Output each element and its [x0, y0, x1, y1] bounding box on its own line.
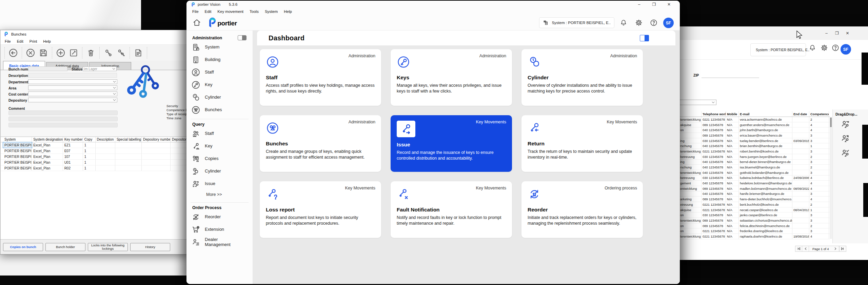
locks-into-the-following-lockings-button[interactable]: Locks into the following lockings [88, 243, 128, 251]
card-fault-notification[interactable]: Key MovementsFault NotificationNotify an… [391, 181, 512, 238]
column-end-date[interactable]: End date [792, 111, 809, 117]
menu-system[interactable]: System [262, 9, 281, 14]
history-button[interactable]: History [130, 243, 170, 251]
card-return[interactable]: Key MovementsReturnTrack the return of k… [521, 115, 643, 172]
user-avatar[interactable]: SF [841, 44, 851, 55]
menu-help[interactable]: Help [40, 39, 54, 43]
delete-button[interactable] [86, 48, 96, 58]
column-mobile[interactable]: Mobile [726, 111, 739, 117]
restore-button[interactable]: ❐ [832, 29, 842, 37]
zip-input[interactable] [702, 73, 759, 78]
next-page-button[interactable] [832, 246, 839, 251]
home-icon[interactable] [192, 18, 201, 27]
table-row[interactable]: akquise089 12345678N/Aguenther.anders@mu… [679, 122, 830, 128]
close-button[interactable]: ✕ [842, 29, 853, 37]
sidebar-item-building[interactable]: Building [186, 54, 253, 66]
table-row[interactable]: rschung040 12345678N/Aisa.bluemel@hambur… [679, 165, 830, 170]
table-row[interactable]: on030 12345678N/Ajanko.caspar@berlinco.d… [679, 212, 830, 218]
comment-input-1[interactable] [8, 110, 118, 115]
status-select[interactable]: im Lager [83, 66, 117, 71]
card-staff[interactable]: AdministrationStaffAccess staff profiles… [260, 49, 381, 106]
card-bunches[interactable]: AdministrationBunchesCreate and manage g… [260, 115, 381, 172]
restore-button[interactable]: ❐ [647, 1, 662, 8]
staff-table-scrollbar[interactable] [830, 117, 832, 239]
card-loss-report[interactable]: Key MovementsLoss reportReport and docum… [260, 181, 381, 238]
sidebar-more-link[interactable]: More >> [186, 190, 253, 200]
table-row[interactable]: 089 12345678N/Aerica.bauer@muenchenco.de… [679, 133, 830, 138]
sidebar-collapse-toggle[interactable] [238, 35, 246, 40]
column-e-mail[interactable]: E-mail [739, 111, 792, 117]
table-row[interactable]: ing030 12345678N/Atuelay.bender@berlinco… [679, 138, 830, 144]
table-row[interactable]: etreuung0221 12345678N/Aberit.buchholz@k… [679, 202, 830, 207]
user-avatar[interactable]: SF [663, 18, 674, 28]
column-competence-le[interactable]: Competence le [809, 111, 829, 117]
area-select[interactable] [28, 85, 117, 90]
column-depository-number[interactable]: Depository number [142, 137, 171, 142]
staff-key-confirm-icon[interactable] [840, 148, 851, 159]
view-toggle[interactable] [640, 35, 649, 41]
sidebar-item-key[interactable]: Key [186, 79, 253, 91]
table-row[interactable]: terentwicklung0221 12345678N/Arobert.ben… [679, 149, 830, 154]
table-row[interactable]: entwicklung089 12345678N/Amadlen.bolzman… [679, 186, 830, 191]
sidebar-item-extension[interactable]: Extension [186, 223, 253, 236]
sidebar-item-cylinder[interactable]: Cylinder [186, 91, 253, 104]
column-copy[interactable]: Copy [83, 137, 96, 142]
sidebar-item-system[interactable]: System [186, 41, 253, 54]
table-row[interactable]: PORTIER BEISPIELExcel_PlanU011 [1, 160, 189, 165]
table-row[interactable]: terentwicklung0221 12345678N/Avera.acker… [679, 117, 830, 122]
card-reorder[interactable]: Ordering processReorderInitiate and trac… [521, 181, 643, 238]
filter-select[interactable] [679, 100, 716, 105]
menu-tools[interactable]: Tools [246, 9, 262, 14]
sidebar-item-reorder[interactable]: Reorder [186, 211, 253, 223]
card-keys[interactable]: AdministrationKeysManage all keys, view … [391, 49, 512, 106]
column-key-number[interactable]: Key number [63, 137, 83, 142]
table-row[interactable]: on089 12345678N/Afelicia.ditschirein@mue… [679, 223, 830, 229]
description-input[interactable] [28, 73, 117, 78]
bell-icon[interactable] [808, 44, 816, 52]
add-button[interactable] [56, 48, 66, 58]
table-row[interactable]: gement040 12345678N/Aheidelore.bolzmann@… [679, 181, 830, 186]
comment-input-3[interactable] [8, 123, 118, 127]
card-issue[interactable]: Key MovementsIssueRecord and manage the … [391, 115, 512, 172]
column-telephone-work[interactable]: Telephone work [702, 111, 726, 117]
help-icon[interactable] [650, 19, 658, 27]
table-row[interactable]: on040 12345678N/Ajohn.barth@hamburgco.de… [679, 127, 830, 133]
menu-edit[interactable]: Edit [202, 9, 215, 14]
table-row[interactable]: PORTIER BEISPIELExcel_PlanR021 [1, 165, 189, 171]
table-row[interactable]: terentwicklung089 12345678N/Asebastian.c… [679, 218, 830, 223]
table-row[interactable]: ing040 12345678N/Abernd-dieter.binner@ha… [679, 160, 830, 165]
gear-icon[interactable] [820, 44, 828, 52]
prev-page-button[interactable] [802, 246, 809, 251]
column-department[interactable] [679, 111, 702, 117]
sidebar-item-cylinder[interactable]: Cylinder [186, 165, 253, 178]
minimize-button[interactable]: – [632, 1, 647, 8]
table-row[interactable]: akquise0221 12345678N/Anecati.caspar@koe… [679, 207, 830, 213]
sidebar-item-dealer-management[interactable]: Dealer Management [186, 236, 253, 248]
sidebar-item-key[interactable]: Key [186, 140, 253, 152]
help-icon[interactable] [831, 44, 840, 52]
menu-edit[interactable]: Edit [14, 39, 26, 43]
table-row[interactable]: PORTIER BEISPIELExcel_PlanEZ11 [1, 142, 189, 148]
column-special-labelling[interactable]: Special labelling [115, 137, 142, 142]
menu-key-movement[interactable]: Key movement [214, 9, 246, 14]
depository-select[interactable] [28, 98, 117, 102]
table-row[interactable]: terentwicklung040 12345678N/Agotthold.bo… [679, 170, 830, 176]
cost-center-select[interactable] [28, 91, 117, 96]
sidebar-item-staff[interactable]: Staff [186, 127, 253, 140]
comment-input-2[interactable] [8, 117, 118, 121]
menu-print[interactable]: Print [26, 39, 40, 43]
column-description[interactable]: Description [96, 137, 115, 142]
table-row[interactable]: rschung040 12345678N/Abrian.benthin@hamb… [679, 143, 830, 149]
table-row[interactable]: PORTIER BEISPIELExcel_PlanE071 [1, 148, 189, 154]
table-row[interactable]: betreuung030 12345678N/Ahans-juergen.bey… [679, 154, 830, 160]
minimize-button[interactable]: – [821, 29, 832, 37]
staff-key-assign-icon[interactable] [840, 119, 851, 130]
sidebar-item-bunches[interactable]: Bunches [186, 104, 253, 116]
edit-button[interactable] [68, 48, 79, 58]
copy-key-button[interactable] [116, 48, 126, 58]
card-cylinder[interactable]: AdministrationCylinderOverview of cylind… [521, 49, 643, 106]
menu-file[interactable]: File [2, 39, 14, 43]
close-button[interactable]: ✕ [662, 1, 676, 8]
back-button[interactable] [8, 48, 18, 58]
export-csv-button[interactable] [133, 48, 143, 58]
